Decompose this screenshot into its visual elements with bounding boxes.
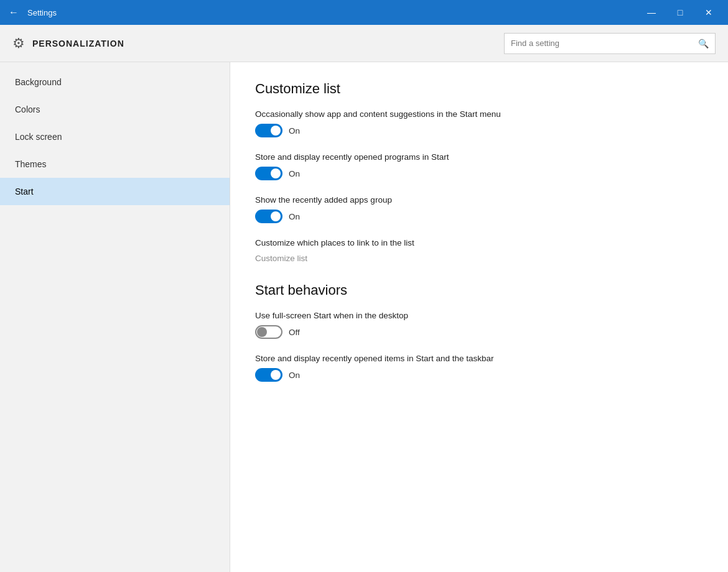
app-title: PERSONALIZATION (32, 39, 124, 48)
close-button[interactable]: ✕ (694, 0, 723, 25)
setting1-label: Occasionally show app and content sugges… (255, 109, 703, 119)
search-box[interactable]: 🔍 (504, 33, 716, 54)
sidebar-item-colors[interactable]: Colors (0, 96, 230, 123)
setting2-toggle-row: On (255, 167, 703, 180)
setting6-toggle-row: On (255, 368, 703, 382)
main-area: Background Colors Lock screen Themes Sta… (0, 62, 728, 572)
minimize-button[interactable]: — (637, 0, 666, 25)
setting3-toggle[interactable] (255, 210, 282, 223)
setting2-toggle-label: On (289, 169, 300, 178)
setting1-toggle[interactable] (255, 124, 282, 137)
setting1-toggle-row: On (255, 124, 703, 137)
titlebar: ← Settings — □ ✕ (0, 0, 728, 25)
content-area: Customize list Occasionally show app and… (230, 62, 728, 572)
gear-icon: ⚙ (12, 35, 25, 52)
setting4-label: Customize which places to link to in the… (255, 238, 703, 247)
header: ⚙ PERSONALIZATION 🔍 (0, 25, 728, 62)
setting-fullscreen-start: Use full-screen Start when in the deskto… (255, 311, 703, 339)
maximize-button[interactable]: □ (666, 0, 694, 25)
setting3-label: Show the recently added apps group (255, 195, 703, 205)
close-icon: ✕ (705, 7, 712, 17)
setting2-toggle[interactable] (255, 167, 282, 180)
back-button[interactable]: ← (5, 4, 22, 21)
setting2-label: Store and display recently opened progra… (255, 152, 703, 162)
sidebar-item-start[interactable]: Start (0, 178, 230, 205)
back-icon: ← (9, 7, 19, 18)
setting-recently-added-apps: Show the recently added apps group On (255, 195, 703, 223)
setting-recent-programs: Store and display recently opened progra… (255, 152, 703, 180)
section1-title: Customize list (255, 81, 703, 97)
setting6-toggle[interactable] (255, 368, 282, 382)
setting5-knob (257, 327, 267, 337)
titlebar-title: Settings (27, 8, 632, 17)
sidebar-item-themes[interactable]: Themes (0, 150, 230, 178)
setting6-knob (271, 370, 281, 380)
window-controls: — □ ✕ (637, 0, 723, 25)
setting2-knob (271, 168, 281, 178)
setting5-label: Use full-screen Start when in the deskto… (255, 311, 703, 320)
maximize-icon: □ (678, 7, 683, 17)
header-left: ⚙ PERSONALIZATION (12, 35, 124, 52)
setting-customize-places: Customize which places to link to in the… (255, 238, 703, 264)
setting6-toggle-label: On (289, 371, 300, 380)
setting-app-suggestions: Occasionally show app and content sugges… (255, 109, 703, 137)
sidebar-item-background[interactable]: Background (0, 68, 230, 96)
sidebar: Background Colors Lock screen Themes Sta… (0, 62, 230, 572)
setting1-toggle-label: On (289, 126, 300, 136)
sidebar-item-lock-screen[interactable]: Lock screen (0, 123, 230, 150)
minimize-icon: — (647, 7, 656, 17)
setting5-toggle-label: Off (289, 328, 300, 337)
section2-title: Start behaviors (255, 282, 703, 298)
setting1-knob (271, 126, 281, 136)
search-input[interactable] (511, 39, 698, 48)
setting3-knob (271, 211, 281, 221)
setting6-label: Store and display recently opened items … (255, 354, 703, 363)
search-icon: 🔍 (698, 39, 709, 48)
customize-list-link[interactable]: Customize list (255, 254, 307, 263)
setting-recent-items-taskbar: Store and display recently opened items … (255, 354, 703, 382)
setting3-toggle-label: On (289, 212, 300, 221)
setting5-toggle[interactable] (255, 325, 282, 339)
setting3-toggle-row: On (255, 210, 703, 223)
setting5-toggle-row: Off (255, 325, 703, 339)
